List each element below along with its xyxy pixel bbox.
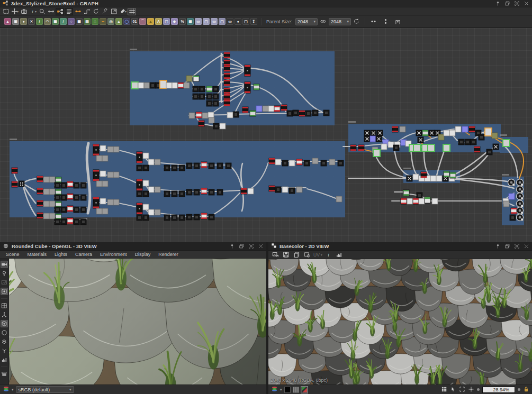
marquee-select-icon[interactable] [2, 8, 10, 15]
graph-node[interactable] [444, 130, 449, 136]
pin-icon[interactable] [495, 243, 501, 249]
menu-camera[interactable]: Camera [72, 251, 95, 258]
snap-align-icon[interactable] [393, 17, 402, 25]
graph-node[interactable] [208, 112, 214, 118]
slope-blur-node-icon[interactable]: / [60, 18, 67, 25]
close-icon[interactable] [524, 243, 529, 249]
graph-node[interactable] [144, 83, 150, 88]
graph-node-selected[interactable] [503, 140, 510, 146]
graph-node[interactable] [268, 106, 274, 112]
link-resize-icon[interactable] [47, 8, 55, 15]
env-image-icon[interactable] [1, 279, 8, 286]
graph-node-highlighted[interactable] [485, 128, 492, 136]
graph-node[interactable] [263, 106, 268, 112]
menu-lights[interactable]: Lights [51, 251, 70, 258]
graph-node[interactable] [430, 176, 436, 181]
transform-node-icon[interactable]: ▦ [52, 18, 59, 25]
frame-node-c-icon[interactable]: ▭ [211, 18, 218, 25]
reset-size-icon[interactable] [352, 17, 361, 25]
frame-node-d-icon[interactable]: ▢ [219, 18, 226, 25]
2d-viewport[interactable]: 2048 x 2048 (RGBA, 8bpc) [268, 259, 532, 384]
graph-node[interactable] [227, 112, 233, 118]
frame-fit-icon[interactable] [459, 386, 465, 393]
graph-node[interactable] [289, 160, 295, 166]
graph-node[interactable] [148, 209, 154, 215]
frame-node-a-icon[interactable]: ▭ [195, 18, 202, 25]
cube-solid-icon[interactable] [1, 320, 8, 327]
zoom-icon[interactable] [38, 8, 46, 15]
graph-node[interactable] [49, 189, 55, 195]
text-node-icon[interactable]: A [155, 18, 162, 25]
move-icon[interactable]: ▾ [11, 8, 19, 15]
slope-node-icon[interactable]: / [36, 18, 43, 25]
splatter-node-icon[interactable]: ∴ [92, 18, 98, 25]
material-ball-icon[interactable] [1, 288, 8, 295]
graph-node-selected[interactable] [413, 144, 420, 151]
graph-node[interactable] [449, 130, 455, 136]
graph-node[interactable] [49, 213, 55, 219]
menu-renderer[interactable]: Renderer [155, 251, 182, 258]
pin-node-icon[interactable]: ● [235, 18, 241, 25]
graph-node[interactable] [107, 146, 113, 152]
percent-node-icon[interactable]: % [179, 18, 186, 25]
channels-icon[interactable] [271, 386, 278, 393]
3d-viewport[interactable] [0, 259, 266, 384]
graph-node[interactable] [492, 133, 498, 139]
marquee-node-icon[interactable]: ▢ [163, 18, 170, 25]
parent-size-width-select[interactable]: 2048▾ [295, 18, 318, 25]
float-window-icon[interactable] [504, 243, 510, 249]
layer-stack-icon[interactable] [1, 370, 8, 378]
menu-display[interactable]: Display [132, 251, 154, 258]
graph-node[interactable] [172, 83, 178, 88]
graph-node[interactable] [400, 126, 405, 132]
graph-node[interactable] [100, 171, 106, 177]
export-view-icon[interactable] [110, 8, 118, 15]
histogram-icon[interactable] [1, 356, 8, 363]
uv-mode-dropdown[interactable]: UV▾ [313, 252, 322, 258]
background-gray-swatch[interactable] [293, 387, 299, 393]
graph-node[interactable] [407, 198, 413, 204]
graph-node[interactable] [209, 117, 214, 123]
graph-node[interactable] [148, 187, 154, 193]
shape-node-icon[interactable]: ○ [68, 18, 75, 25]
graph-node[interactable] [275, 159, 281, 165]
graph-node[interactable] [388, 142, 394, 148]
menu-environment[interactable]: Environment [97, 251, 130, 258]
graph-node[interactable] [436, 176, 442, 181]
graph-node[interactable] [96, 208, 102, 214]
graph-view-icon[interactable] [56, 8, 64, 15]
graph-node[interactable] [19, 181, 24, 187]
graph-node[interactable] [49, 177, 55, 182]
channel-rgb-swatch[interactable] [301, 387, 308, 393]
layers-diamond-icon[interactable] [1, 338, 8, 345]
vdots-icon[interactable] [381, 17, 390, 25]
pin-icon[interactable] [229, 243, 235, 249]
graph-node[interactable] [432, 198, 438, 204]
graph-node-selected[interactable] [131, 82, 138, 89]
graph-node[interactable] [438, 134, 444, 140]
list-view-icon[interactable] [65, 8, 73, 15]
graph-node[interactable] [186, 76, 192, 81]
graph-node[interactable] [381, 144, 387, 150]
info-italic-icon[interactable]: i [324, 251, 333, 259]
graph-node[interactable] [155, 187, 160, 193]
link-nodes-icon[interactable] [74, 8, 82, 15]
graph-node[interactable] [107, 199, 113, 205]
tile-sampler-node-icon[interactable]: ▦ [76, 18, 83, 25]
camera-icon[interactable] [1, 261, 8, 268]
histogram-icon[interactable] [335, 251, 344, 259]
zoom-level-field[interactable]: 28.94% [482, 387, 515, 393]
hdots-icon[interactable] [369, 17, 378, 25]
graph-node[interactable] [155, 159, 160, 165]
paintbrush-icon[interactable]: ▾ [119, 8, 127, 15]
rotate-edit-icon[interactable] [92, 8, 100, 15]
zoom-out-button[interactable] [477, 388, 480, 391]
graph-node[interactable] [43, 213, 49, 219]
graph-node[interactable] [138, 83, 144, 88]
float-window-icon[interactable] [504, 1, 510, 6]
graph-node[interactable] [296, 187, 302, 193]
frame-grid-icon[interactable] [128, 8, 136, 15]
graph-node[interactable] [102, 155, 108, 161]
pointer-snap-icon[interactable] [450, 386, 456, 393]
graph-node[interactable] [148, 159, 154, 165]
